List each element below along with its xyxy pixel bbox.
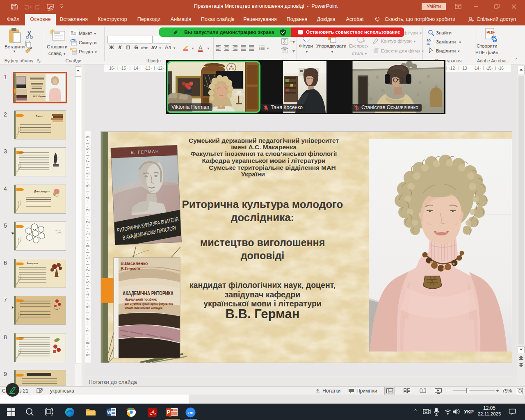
svg-text:Доповідь –: Доповідь – (34, 190, 50, 193)
svg-text:P: P (167, 409, 170, 415)
svg-text:1: 1 (86, 257, 90, 259)
svg-text:▼: ▼ (292, 49, 295, 53)
svg-text:9: 9 (86, 136, 90, 138)
svg-text:12: 12 (158, 66, 163, 71)
svg-text:9: 9 (86, 354, 90, 356)
svg-text:2: 2 (86, 269, 90, 272)
svg-text:0: 0 (86, 245, 90, 247)
svg-text:8: 8 (86, 342, 90, 344)
svg-text:5: 5 (86, 305, 90, 308)
svg-text:16: 16 (109, 66, 114, 71)
svg-text:zm: zm (187, 410, 194, 415)
svg-text:В.Герман: В.Герман (121, 266, 140, 271)
svg-text:2: 2 (86, 221, 90, 223)
svg-text:Риторика: Риторика (27, 262, 39, 265)
svg-text:15: 15 (487, 66, 492, 71)
svg-text:4: 4 (86, 293, 90, 296)
svg-text:6: 6 (86, 172, 90, 175)
svg-text:15: 15 (121, 66, 126, 71)
svg-text:PDF: PDF (486, 30, 495, 35)
svg-text:▼: ▼ (266, 47, 269, 50)
svg-text:1: 1 (86, 233, 90, 235)
svg-text:3: 3 (86, 281, 90, 283)
svg-text:14: 14 (475, 66, 479, 71)
svg-text:12: 12 (450, 66, 455, 71)
svg-text:7: 7 (86, 160, 90, 162)
svg-text:▼: ▼ (191, 47, 194, 50)
svg-text:A: A (199, 44, 203, 51)
svg-text:14: 14 (134, 66, 139, 71)
svg-text:Зміст: Зміст (36, 115, 43, 118)
svg-text:▼: ▼ (292, 40, 295, 44)
svg-text:5: 5 (86, 184, 90, 187)
svg-text:▼: ▼ (207, 47, 210, 50)
svg-text:ac: ac (427, 41, 431, 45)
svg-text:13: 13 (463, 66, 468, 71)
svg-text:7: 7 (86, 329, 90, 332)
svg-text:13: 13 (146, 66, 151, 71)
svg-text:16: 16 (499, 66, 504, 71)
svg-text:3: 3 (86, 208, 90, 211)
svg-text:6: 6 (86, 317, 90, 320)
svg-text:4: 4 (86, 196, 90, 199)
svg-text:8: 8 (86, 148, 90, 151)
svg-text:W: W (107, 410, 112, 415)
